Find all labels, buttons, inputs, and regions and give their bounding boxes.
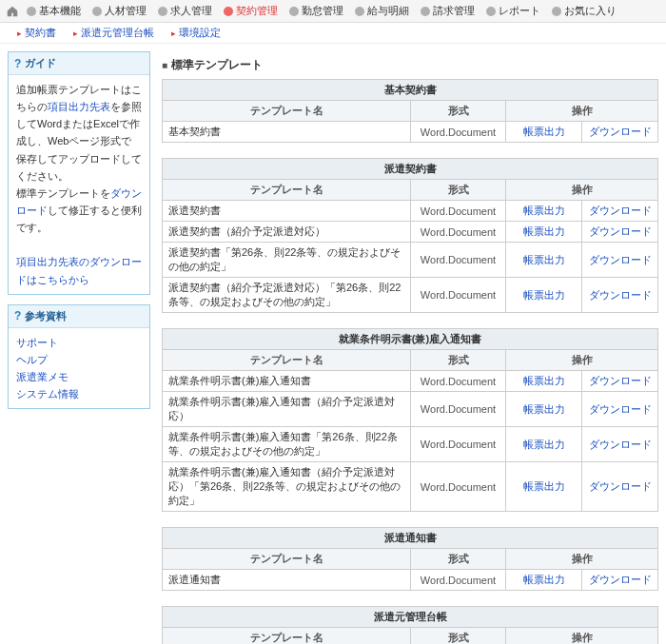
nav-item[interactable]: 勤怠管理 [284,4,349,18]
table-group-header: 派遣契約書 [163,159,658,180]
template-name: 就業条件明示書(兼)雇入通知書（紹介予定派遣対応）「第26条、則22条等、の規定… [163,462,411,512]
main-content: 標準テンプレート 基本契約書テンプレート名形式操作基本契約書Word.Docum… [162,51,658,644]
output-link[interactable]: 帳票出力 [523,403,565,415]
download-link[interactable]: ダウンロード [589,126,652,137]
subnav-label: 環境設定 [179,26,221,40]
template-name: 就業条件明示書(兼)雇入通知書（紹介予定派遣対応） [163,392,411,427]
guide-header: ? ガイド [9,52,149,75]
nav-label: 請求管理 [433,4,475,18]
table-row: 基本契約書Word.Document帳票出力ダウンロード [163,122,658,143]
template-table: 派遣契約書テンプレート名形式操作派遣契約書Word.Document帳票出力ダウ… [162,158,658,313]
subnav-label: 契約書 [25,26,56,40]
download-link[interactable]: ダウンロード [589,439,652,450]
table-row: 派遣契約書Word.Document帳票出力ダウンロード [163,201,658,222]
nav-label: 勤怠管理 [302,4,343,18]
col-name: テンプレート名 [163,180,411,201]
help-icon: ? [14,57,21,70]
reference-link[interactable]: サポート [16,337,58,348]
sub-nav: ▸契約書▸派遣元管理台帳▸環境設定 [0,23,666,44]
nav-item[interactable]: お気に入り [546,4,622,18]
template-name: 就業条件明示書(兼)雇入通知書「第26条、則22条等、の規定およびその他の約定」 [163,427,411,462]
output-link[interactable]: 帳票出力 [523,289,565,301]
guide-link-item-output[interactable]: 項目出力先表 [48,101,110,112]
table-row: 派遣契約書「第26条、則22条等、の規定およびその他の約定」Word.Docum… [163,243,658,278]
template-format: Word.Document [411,371,506,392]
subnav-label: 派遣元管理台帳 [81,26,154,40]
download-link[interactable]: ダウンロード [589,574,652,585]
nav-label: 求人管理 [170,4,212,18]
sidebar: ? ガイド 追加帳票テンプレートはこちらの項目出力先表を参照してWordまたはE… [8,51,150,419]
nav-item[interactable]: 人材管理 [87,4,152,18]
table-group-header: 基本契約書 [163,80,658,101]
template-name: 派遣契約書（紹介予定派遣対応）「第26条、則22条等、の規定およびその他の約定」 [163,278,411,313]
template-name: 派遣契約書 [163,201,411,222]
output-link[interactable]: 帳票出力 [523,574,565,585]
table-row: 就業条件明示書(兼)雇入通知書「第26条、則22条等、の規定およびその他の約定」… [163,427,658,462]
output-link[interactable]: 帳票出力 [523,439,565,450]
bullet-icon [289,7,299,16]
col-action: 操作 [506,549,658,570]
table-row: 就業条件明示書(兼)雇入通知書Word.Document帳票出力ダウンロード [163,371,658,392]
output-link[interactable]: 帳票出力 [523,375,565,386]
reference-link[interactable]: ヘルプ [16,354,48,365]
col-format: 形式 [411,101,506,122]
guide-download-link[interactable]: 項目出力先表のダウンロードはこちらから [16,256,142,284]
col-action: 操作 [506,180,658,201]
template-format: Word.Document [411,278,506,313]
col-format: 形式 [411,549,506,570]
nav-item[interactable]: レポート [480,4,546,18]
reference-link[interactable]: システム情報 [16,388,79,400]
download-link[interactable]: ダウンロード [589,254,652,265]
subnav-item[interactable]: ▸契約書 [17,26,56,40]
help-icon: ? [14,309,21,322]
nav-label: レポート [499,4,540,18]
table-row: 就業条件明示書(兼)雇入通知書（紹介予定派遣対応）「第26条、則22条等、の規定… [163,462,658,512]
nav-item[interactable]: 求人管理 [152,4,218,18]
nav-label: 基本機能 [39,4,81,18]
arrow-icon: ▸ [17,29,22,38]
bullet-icon [421,7,430,16]
template-table: 派遣元管理台帳テンプレート名形式操作派遣元管理台帳Word.Document帳票… [162,606,658,644]
home-icon[interactable] [6,5,19,18]
output-link[interactable]: 帳票出力 [523,205,565,216]
col-format: 形式 [411,350,506,371]
table-row: 派遣通知書Word.Document帳票出力ダウンロード [163,570,658,591]
col-format: 形式 [411,628,506,645]
nav-item[interactable]: 給与明細 [349,4,415,18]
output-link[interactable]: 帳票出力 [523,480,565,492]
download-link[interactable]: ダウンロード [589,480,652,492]
arrow-icon: ▸ [73,29,78,38]
output-link[interactable]: 帳票出力 [523,225,565,237]
template-name: 就業条件明示書(兼)雇入通知書 [163,371,411,392]
col-format: 形式 [411,180,506,201]
col-action: 操作 [506,101,658,122]
table-group-header: 派遣元管理台帳 [163,607,658,628]
download-link[interactable]: ダウンロード [589,289,652,301]
download-link[interactable]: ダウンロード [589,403,652,415]
nav-item[interactable]: 契約管理 [218,4,284,18]
bullet-icon [486,7,496,16]
bullet-icon [355,7,364,16]
output-link[interactable]: 帳票出力 [523,126,565,137]
table-row: 派遣契約書（紹介予定派遣対応）「第26条、則22条等、の規定およびその他の約定」… [163,278,658,313]
template-format: Word.Document [411,201,506,222]
guide-title: ガイド [25,56,56,70]
nav-item[interactable]: 請求管理 [415,4,480,18]
template-table: 就業条件明示書(兼)雇入通知書テンプレート名形式操作就業条件明示書(兼)雇入通知… [162,328,658,512]
subnav-item[interactable]: ▸環境設定 [171,26,221,40]
reference-box: ? 参考資料 サポートヘルプ派遣業メモシステム情報 [8,304,150,410]
download-link[interactable]: ダウンロード [589,225,652,237]
output-link[interactable]: 帳票出力 [523,254,565,265]
reference-link[interactable]: 派遣業メモ [16,371,69,382]
download-link[interactable]: ダウンロード [589,375,652,386]
download-link[interactable]: ダウンロード [589,205,652,216]
section-standard-templates: 標準テンプレート [162,57,658,73]
template-format: Word.Document [411,462,506,512]
template-format: Word.Document [411,122,506,143]
subnav-item[interactable]: ▸派遣元管理台帳 [73,26,154,40]
table-row: 就業条件明示書(兼)雇入通知書（紹介予定派遣対応）Word.Document帳票… [163,392,658,427]
table-group-header: 派遣通知書 [163,528,658,549]
nav-item[interactable]: 基本機能 [21,4,87,18]
guide-text: 標準テンプレートを [16,187,110,199]
bullet-icon [158,7,167,16]
